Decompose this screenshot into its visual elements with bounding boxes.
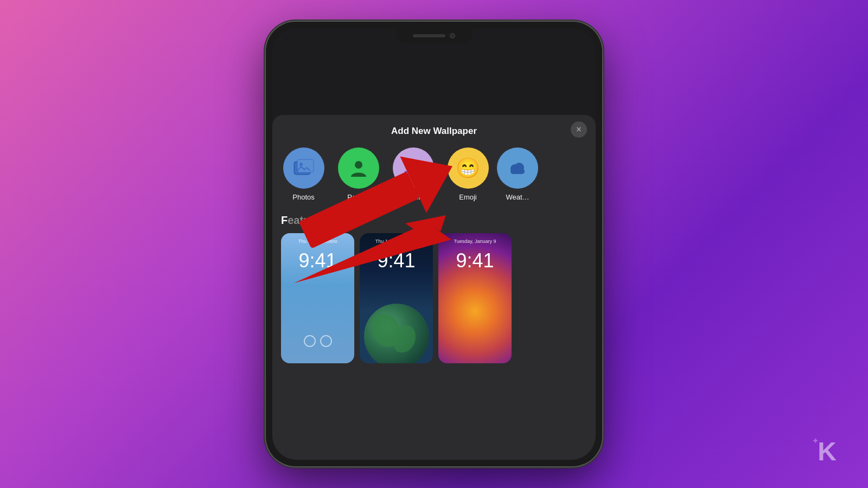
wallpaper-type-photos[interactable]: Photos <box>278 147 329 201</box>
widget-2 <box>320 335 332 347</box>
wp2-time: 9:41 <box>377 249 415 272</box>
emoji-icon-circle: 😁 <box>448 147 489 189</box>
add-wallpaper-modal: Add New Wallpaper × <box>272 115 596 460</box>
wallpaper-thumb-1[interactable]: Thu 14 Cupertino 9:41 <box>281 233 354 363</box>
photos-icon-circle <box>283 147 324 189</box>
wallpaper-type-shuffle[interactable]: Shuffle <box>387 147 439 201</box>
emoji-icon: 😁 <box>456 157 480 179</box>
wp3-time: 9:41 <box>456 249 494 272</box>
wallpaper-type-weather[interactable]: Weat… <box>497 147 538 201</box>
people-label: People <box>347 193 369 201</box>
widget-1 <box>304 335 316 347</box>
shuffle-icon-circle <box>393 147 434 189</box>
wp2-earth <box>364 304 429 363</box>
speaker <box>413 34 445 37</box>
weather-icon <box>507 160 528 176</box>
notch <box>396 28 472 43</box>
wallpaper-type-emoji[interactable]: 😁 Emoji <box>442 147 494 201</box>
wp1-widgets <box>304 335 332 347</box>
wallpaper-thumb-3[interactable]: Tuesday, January 9 9:41 <box>438 233 512 363</box>
wallpaper-type-people[interactable]: People <box>333 147 384 201</box>
close-button[interactable]: × <box>571 121 587 138</box>
person-icon <box>349 158 368 178</box>
shuffle-label: Shuffle <box>402 193 424 201</box>
weather-label: Weat… <box>506 193 529 201</box>
svg-rect-6 <box>510 169 525 174</box>
wallpapers-row: Thu 14 Cupertino 9:41 Thu 14 🌙 6:28PM 9:… <box>272 233 596 363</box>
svg-point-2 <box>299 163 303 166</box>
watermark: ✦K <box>812 436 835 466</box>
wallpaper-thumb-2[interactable]: Thu 14 🌙 6:28PM 9:41 <box>360 233 433 363</box>
wp1-date: Thu 14 Cupertino <box>298 239 337 244</box>
wp1-time: 9:41 <box>298 249 336 272</box>
wp3-date: Tuesday, January 9 <box>454 239 496 244</box>
front-camera <box>450 33 455 38</box>
emoji-label: Emoji <box>459 193 477 201</box>
shuffle-icon <box>403 159 424 177</box>
weather-icon-circle <box>497 147 538 189</box>
modal-title: Add New Wallpaper <box>272 124 596 137</box>
phone-frame: Add New Wallpaper × <box>266 22 602 466</box>
svg-rect-1 <box>297 159 314 172</box>
svg-point-3 <box>355 161 362 169</box>
photos-label: Photos <box>292 193 314 201</box>
phone-screen: Add New Wallpaper × <box>272 28 596 460</box>
photos-icon <box>293 159 314 177</box>
people-icon-circle <box>338 147 379 189</box>
wp2-date: Thu 14 🌙 6:28PM <box>375 239 418 244</box>
wallpaper-types-row: Photos People <box>272 147 596 201</box>
featured-label: Featured <box>272 214 596 227</box>
